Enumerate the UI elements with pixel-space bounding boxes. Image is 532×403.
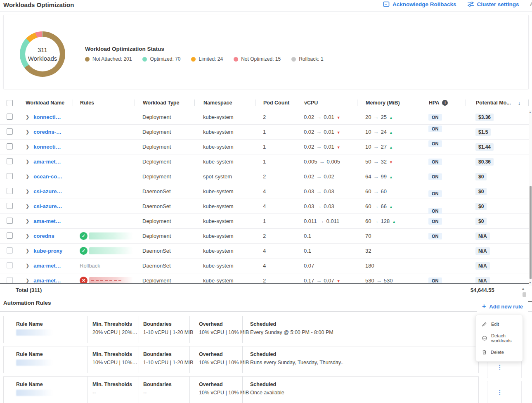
workload-name-link[interactable]: csi-azure… bbox=[33, 203, 62, 209]
scroll-up-arrow[interactable]: ▲ bbox=[528, 111, 532, 114]
workload-name-link[interactable]: ama-met… bbox=[33, 218, 61, 224]
workload-name-link[interactable]: coredns-… bbox=[33, 129, 61, 135]
potential-savings-badge: N/A bbox=[475, 232, 490, 240]
workload-name-link[interactable]: kube-proxy bbox=[33, 248, 62, 254]
expand-chevron-icon[interactable]: ❯ bbox=[26, 144, 29, 149]
info-icon[interactable]: i bbox=[442, 100, 448, 106]
overhead-field-label: Overhead bbox=[199, 351, 242, 357]
table-row[interactable]: ❯konnecti…Deploymentkube-system10.02→0.0… bbox=[0, 140, 529, 154]
workload-name-link[interactable]: ama-met… bbox=[33, 263, 61, 269]
menu-item-detach-workloads[interactable]: Detach workloads bbox=[476, 330, 523, 346]
value-to: 0.005 bbox=[327, 159, 340, 165]
row-checkbox[interactable] bbox=[7, 188, 13, 194]
column-header-potential-mo-[interactable]: Potential Mo...↓ bbox=[466, 100, 529, 106]
row-checkbox[interactable] bbox=[7, 143, 13, 149]
table-scrollbar-thumb[interactable] bbox=[530, 186, 532, 279]
table-row[interactable]: ❯csi-azure…DaemonSetkube-system40.03→0.0… bbox=[0, 199, 529, 214]
kebab-menu-icon[interactable]: ⋮ bbox=[487, 364, 503, 370]
row-checkbox[interactable] bbox=[7, 247, 13, 254]
automation-rule-card[interactable]: Rule NameMin. Thresholds--Boundaries--Ov… bbox=[3, 376, 479, 403]
table-row[interactable]: ❯ama-met…Deploymentkube-system10.005→0.0… bbox=[0, 154, 529, 169]
column-header-memory-mib-[interactable]: Memory (MiB) bbox=[357, 100, 417, 106]
row-checkbox[interactable] bbox=[7, 262, 13, 268]
row-checkbox[interactable] bbox=[7, 173, 13, 179]
min-thresholds-field-label: Min. Thresholds bbox=[92, 382, 139, 387]
column-header-rules[interactable]: Rules bbox=[73, 100, 135, 106]
masked-rule-name bbox=[89, 247, 133, 254]
expand-chevron-icon[interactable]: ❯ bbox=[26, 248, 29, 254]
table-row[interactable]: ❯ocean-co…Deploymentspot-system20.02→0.0… bbox=[0, 169, 529, 184]
select-all-checkbox[interactable] bbox=[7, 100, 13, 106]
workload-name-link[interactable]: ocean-co… bbox=[33, 173, 62, 180]
masked-rule-name-value bbox=[16, 360, 52, 366]
scroll-down-arrow[interactable]: ▼ bbox=[528, 281, 532, 284]
value-from: 180 bbox=[365, 263, 374, 269]
value-from: 70 bbox=[365, 233, 371, 239]
page-scrollbar-thumb[interactable] bbox=[523, 292, 526, 297]
legend-item: Limited: 24 bbox=[191, 56, 223, 62]
expand-chevron-icon[interactable]: ❯ bbox=[26, 114, 29, 120]
workload-name-link[interactable]: konnecti… bbox=[33, 114, 61, 120]
plus-icon: + bbox=[482, 303, 486, 310]
workload-name-link[interactable]: coredns bbox=[33, 233, 54, 239]
workload-name-link[interactable]: konnecti… bbox=[33, 144, 61, 150]
row-checkbox[interactable] bbox=[7, 203, 13, 209]
expand-chevron-icon[interactable]: ❯ bbox=[26, 174, 29, 179]
hpa-cell: ON bbox=[417, 114, 466, 121]
overhead-field: Overhead10% vCPU | 10% MiB bbox=[189, 346, 242, 373]
menu-item-edit[interactable]: Edit bbox=[476, 318, 523, 330]
expand-chevron-icon[interactable]: ❯ bbox=[26, 159, 29, 164]
expand-chevron-icon[interactable]: ❯ bbox=[26, 218, 29, 224]
expand-chevron-icon[interactable]: ❯ bbox=[26, 189, 29, 194]
row-checkbox[interactable] bbox=[7, 114, 13, 120]
value-from: 60 bbox=[365, 218, 371, 224]
table-row[interactable]: ❯konnecti…Deploymentkube-system20.02→0.0… bbox=[0, 110, 529, 125]
acknowledge-rollbacks-button[interactable]: Acknowledge Rollbacks bbox=[383, 1, 456, 7]
expand-chevron-icon[interactable]: ❯ bbox=[26, 129, 29, 135]
table-row[interactable]: ❯kube-proxy✓DaemonSetkube-system40.132N/… bbox=[0, 244, 529, 258]
menu-item-delete[interactable]: Delete bbox=[476, 346, 523, 358]
column-header-workload-type[interactable]: Workload Type bbox=[135, 100, 194, 106]
potential-savings-badge: $3.36 bbox=[475, 114, 494, 121]
row-checkbox-cell bbox=[0, 114, 20, 121]
column-header-workload-name[interactable]: Workload Name bbox=[20, 100, 73, 106]
row-checkbox[interactable] bbox=[7, 128, 13, 135]
workload-name-link[interactable]: ama-met… bbox=[33, 277, 61, 284]
expand-chevron-icon[interactable]: ❯ bbox=[26, 204, 29, 209]
column-header-pod-count[interactable]: Pod Count bbox=[255, 100, 297, 106]
automation-rule-card[interactable]: Rule NameMin. Thresholds20% vCPU | 20%…B… bbox=[3, 316, 479, 343]
table-row[interactable]: ❯ama-met…Deploymentkube-system10.011→0.0… bbox=[0, 214, 529, 229]
delete-icon bbox=[482, 350, 487, 355]
row-checkbox[interactable] bbox=[7, 232, 13, 239]
menu-item-label: Detach workloads bbox=[491, 333, 520, 343]
column-header-namespace[interactable]: Namespace bbox=[194, 100, 255, 106]
automation-rule-card[interactable]: Rule NameMin. Thresholds10% vCPU | 10%…B… bbox=[3, 346, 479, 373]
table-row[interactable]: ❯csi-azure…DaemonSetkube-system40.03→0.0… bbox=[0, 184, 529, 199]
table-row[interactable]: ❯ama-met…RollbackDaemonSetkube-system40.… bbox=[0, 258, 529, 273]
row-checkbox[interactable] bbox=[7, 158, 13, 164]
row-checkbox[interactable] bbox=[7, 218, 13, 224]
expand-chevron-icon[interactable]: ❯ bbox=[26, 233, 29, 239]
cluster-settings-button[interactable]: Cluster settings bbox=[467, 1, 519, 7]
trend-up-icon: ▲ bbox=[389, 116, 393, 120]
table-row[interactable]: ❯coredns-…Deploymentkube-system10.02→0.0… bbox=[0, 125, 529, 140]
sort-desc-icon[interactable]: ↓ bbox=[518, 100, 521, 106]
table-row[interactable]: ❯coredns✓Deploymentkube-system20.170ONN/… bbox=[0, 229, 529, 244]
workload-name-cell: ❯kube-proxy bbox=[20, 248, 73, 254]
workload-name-link[interactable]: csi-azure… bbox=[33, 188, 62, 194]
row-checkbox-cell bbox=[0, 143, 20, 151]
kebab-menu-icon[interactable]: ⋮ bbox=[487, 389, 503, 396]
rule-name-field: Rule Name bbox=[4, 346, 87, 373]
expand-chevron-icon[interactable]: ❯ bbox=[26, 278, 29, 283]
row-checkbox[interactable] bbox=[7, 277, 13, 283]
column-header-hpa[interactable]: HPAi bbox=[417, 100, 466, 106]
workload-name-link[interactable]: ama-met… bbox=[33, 159, 61, 165]
row-checkbox-cell bbox=[0, 232, 20, 240]
namespace-cell: kube-system bbox=[194, 248, 255, 254]
page-scroll-up-arrow[interactable]: ▲ bbox=[521, 287, 525, 291]
boundaries-field: Boundaries1-10 vCPU | 1-20 MiB bbox=[139, 346, 189, 373]
hpa-cell: ON bbox=[417, 218, 466, 225]
add-new-rule-button[interactable]: + Add new rule bbox=[477, 301, 528, 312]
expand-chevron-icon[interactable]: ❯ bbox=[26, 263, 29, 268]
column-header-vcpu[interactable]: vCPU bbox=[297, 100, 357, 106]
